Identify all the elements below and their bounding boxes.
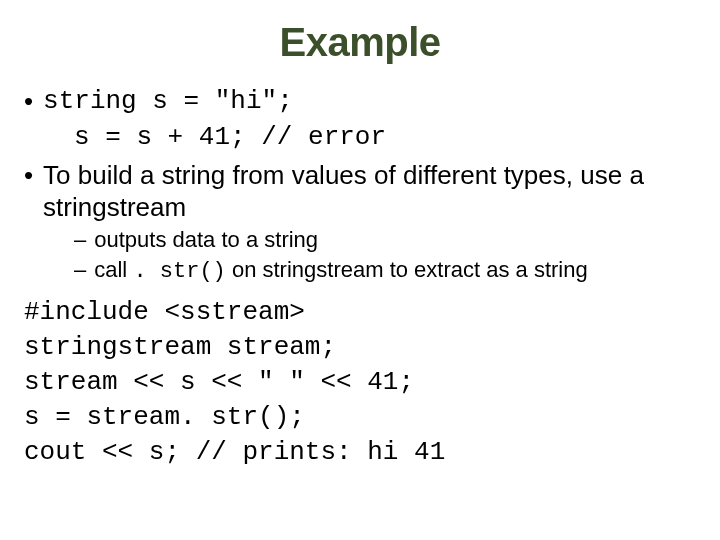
bullet-2-text: To build a string from values of differe…: [43, 159, 696, 224]
sub-2-b: on stringstream to extract as a string: [226, 257, 588, 282]
bullet-2: • To build a string from values of diffe…: [24, 159, 696, 224]
code-line: #include <sstream>: [24, 295, 696, 330]
slide-title: Example: [24, 20, 696, 65]
sub-2-code: . str(): [133, 259, 225, 284]
code-line: stringstream stream;: [24, 330, 696, 365]
bullet-dot: •: [24, 159, 33, 193]
dash-icon: –: [74, 226, 86, 255]
bullet-dot: •: [24, 85, 33, 119]
sub-1: – outputs data to a string: [24, 226, 696, 255]
code-line: s = stream. str();: [24, 400, 696, 435]
bullet-1-text: string s = "hi";: [43, 85, 293, 118]
code-line: cout << s; // prints: hi 41: [24, 435, 696, 470]
sub-2-a: call: [94, 257, 133, 282]
sub-2-text: call . str() on stringstream to extract …: [94, 256, 587, 287]
code-block: #include <sstream> stringstream stream; …: [24, 295, 696, 470]
sub-2: – call . str() on stringstream to extrac…: [24, 256, 696, 287]
bullet-1: • string s = "hi";: [24, 85, 696, 119]
sub-1-text: outputs data to a string: [94, 226, 318, 255]
bullet-1-sub: s = s + 41; // error: [24, 121, 696, 155]
code-line: stream << s << " " << 41;: [24, 365, 696, 400]
dash-icon: –: [74, 256, 86, 285]
